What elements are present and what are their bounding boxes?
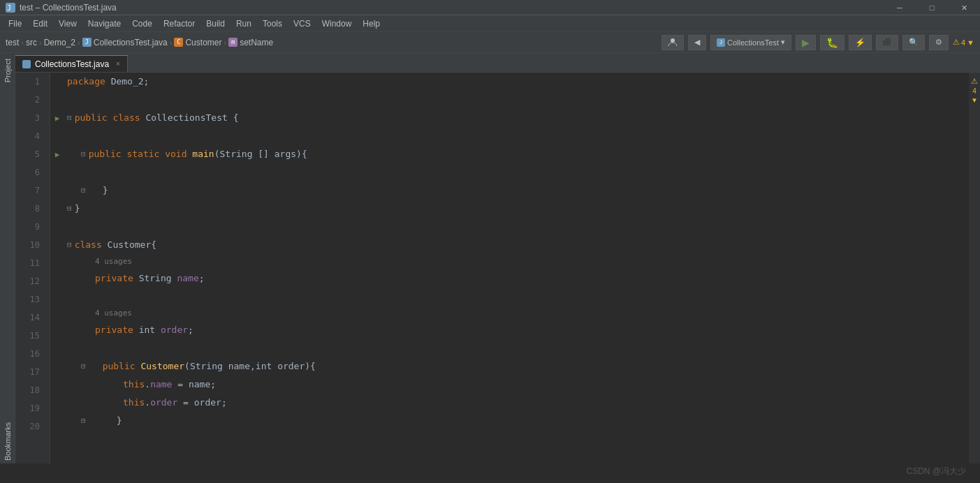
right-warning-count: 4 xyxy=(972,87,977,95)
gutter-2 xyxy=(50,91,64,109)
gutter: ▶ ▶ xyxy=(50,73,64,463)
minimize-button[interactable]: ─ xyxy=(884,0,916,15)
debug-button[interactable]: 🐛 xyxy=(820,35,844,50)
breadcrumb-demo2[interactable]: Demo_2 xyxy=(44,38,75,47)
menu-item-code[interactable]: Code xyxy=(126,15,158,31)
code-line-12: private String name; xyxy=(67,269,969,288)
menu-item-run[interactable]: Run xyxy=(231,15,257,31)
menu-item-vcs[interactable]: VCS xyxy=(288,15,316,31)
line-num-14: 14 xyxy=(15,309,44,327)
line-num-4: 4 xyxy=(15,127,44,145)
breadcrumb-customer-icon: C xyxy=(174,38,183,47)
tab-collections-test[interactable]: CollectionsTest.java × xyxy=(15,55,128,72)
pkg-name: Demo_2; xyxy=(111,73,149,91)
menu-item-view[interactable]: View xyxy=(53,15,82,31)
back-button[interactable]: ◀ xyxy=(688,35,706,50)
gutter-9 xyxy=(50,218,64,236)
menu-item-window[interactable]: Window xyxy=(316,15,358,31)
line-num-10: 10 xyxy=(15,236,44,254)
warning-expand: ▼ xyxy=(967,38,974,47)
menu-item-tools[interactable]: Tools xyxy=(257,15,288,31)
stop-button[interactable]: ⬛ xyxy=(876,35,898,50)
sep4: › xyxy=(170,38,173,47)
gutter-5[interactable]: ▶ xyxy=(50,145,64,163)
menu-item-navigate[interactable]: Navigate xyxy=(82,15,126,31)
code-line-19: ⊟} xyxy=(67,412,969,430)
warning-badge[interactable]: ⚠ 4 ▼ xyxy=(953,38,974,47)
gutter-19 xyxy=(50,399,64,417)
coverage-button[interactable]: ⚡ xyxy=(849,35,872,50)
warning-triangle-icon: ⚠ xyxy=(971,77,978,86)
tab-file-icon xyxy=(22,60,31,68)
breadcrumb-method[interactable]: setName xyxy=(240,38,273,47)
run-button[interactable]: ▶ xyxy=(796,35,816,50)
line-num-2: 2 xyxy=(15,91,44,109)
line-num-3: 3 xyxy=(15,109,44,127)
breadcrumb-file-icon: J xyxy=(82,38,92,47)
sep3: › xyxy=(78,38,80,47)
gutter-13 xyxy=(50,290,64,309)
warning-count: 4 xyxy=(961,38,965,47)
menu-item-help[interactable]: Help xyxy=(357,15,386,31)
gutter-4 xyxy=(50,127,64,145)
profile-button[interactable] xyxy=(661,35,684,50)
line-num-11: 11 xyxy=(15,254,44,272)
code-content[interactable]: package Demo_2; ⊟public class Collection… xyxy=(64,73,969,463)
tab-label: CollectionsTest.java xyxy=(35,59,109,69)
search-button[interactable]: 🔍 xyxy=(902,35,925,50)
line-num-19: 19 xyxy=(15,399,44,417)
maximize-button[interactable]: □ xyxy=(916,0,948,15)
code-line-18: this.order = order; xyxy=(67,394,969,412)
code-line-11: 4 usages xyxy=(67,254,969,269)
line-num-20: 20 xyxy=(15,417,44,436)
usage-hint-order: 4 usages xyxy=(95,304,132,322)
toolbar-right: ◀ J CollectionsTest ▾ ▶ 🐛 ⚡ ⬛ 🔍 ⚙ ⚠ 4 ▼ xyxy=(661,35,974,50)
run-config-selector[interactable]: J CollectionsTest ▾ xyxy=(710,35,791,50)
run-config-label: CollectionsTest xyxy=(727,38,779,47)
tab-bar: CollectionsTest.java × xyxy=(15,53,980,73)
code-editor: 1 2 3 4 5 6 7 8 9 10 11 12 13 14 15 16 1… xyxy=(15,73,980,463)
window-controls: ─ □ ✕ xyxy=(884,0,980,15)
line-numbers: 1 2 3 4 5 6 7 8 9 10 11 12 13 14 15 16 1… xyxy=(15,73,50,463)
gutter-3[interactable]: ▶ xyxy=(50,109,64,127)
code-line-10: ⊟class Customer{ xyxy=(67,236,969,254)
tab-close-button[interactable]: × xyxy=(116,60,120,68)
code-line-5: ⊟public static void main(String [] args)… xyxy=(67,145,969,163)
close-button[interactable]: ✕ xyxy=(948,0,980,15)
title-bar: J test – CollectionsTest.java ─ □ ✕ xyxy=(0,0,980,15)
code-line-14: private int order; xyxy=(67,321,969,339)
menu-item-edit[interactable]: Edit xyxy=(27,15,53,31)
code-line-7: ⊟} xyxy=(67,181,969,200)
menu-item-refactor[interactable]: Refactor xyxy=(158,15,200,31)
svg-text:J: J xyxy=(7,4,11,12)
gutter-10 xyxy=(50,236,64,254)
code-line-9 xyxy=(67,218,969,236)
menu-item-file[interactable]: File xyxy=(3,15,27,31)
watermark-text: CSDN @冯大少 xyxy=(906,466,966,476)
gutter-12 xyxy=(50,272,64,290)
line-num-12: 12 xyxy=(15,272,44,290)
gutter-17 xyxy=(50,363,64,381)
code-line-6 xyxy=(67,163,969,181)
bookmarks-label[interactable]: Bookmarks xyxy=(2,419,13,463)
breadcrumb-test[interactable]: test xyxy=(6,38,19,47)
code-line-15 xyxy=(67,339,969,357)
gutter-7 xyxy=(50,181,64,200)
code-line-1: package Demo_2; xyxy=(67,73,969,91)
project-label[interactable]: Project xyxy=(2,56,13,85)
gutter-14 xyxy=(50,309,64,327)
right-expand-icon: ▼ xyxy=(971,96,978,104)
breadcrumb-customer[interactable]: Customer xyxy=(185,38,221,47)
line-num-15: 15 xyxy=(15,327,44,345)
settings-button[interactable]: ⚙ xyxy=(929,35,949,50)
line-num-5: 5 xyxy=(15,145,44,163)
breadcrumb: test › src › Demo_2 › J CollectionsTest.… xyxy=(6,38,273,47)
menu-item-build[interactable]: Build xyxy=(200,15,231,31)
gutter-16 xyxy=(50,345,64,363)
line-num-17: 17 xyxy=(15,363,44,381)
breadcrumb-src[interactable]: src xyxy=(26,38,37,47)
right-warning-badge[interactable]: ⚠ 4 ▼ xyxy=(971,77,978,104)
kw-package: package xyxy=(67,73,111,91)
gutter-20 xyxy=(50,417,64,436)
breadcrumb-file[interactable]: CollectionsTest.java xyxy=(94,38,168,47)
